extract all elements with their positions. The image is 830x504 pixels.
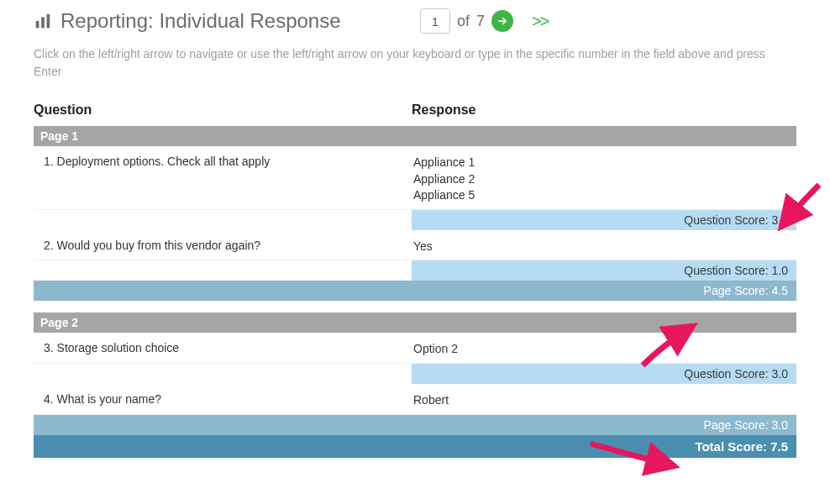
svg-rect-0 [36, 21, 39, 28]
question-text: 2. Would you buy from this vendor again? [44, 239, 413, 252]
question-score: Question Score: 3.0 [412, 364, 796, 384]
question-row: 1. Deployment options. Check all that ap… [34, 146, 796, 210]
go-button[interactable] [491, 10, 513, 32]
question-header: Question [34, 102, 412, 118]
response-header: Response [412, 102, 796, 118]
total-score: Total Score: 7.5 [34, 435, 796, 458]
response-text: Appliance 1 Appliance 2 Appliance 5 [413, 155, 786, 204]
svg-rect-1 [41, 17, 45, 28]
response-text: Option 2 [413, 341, 786, 358]
bar-chart-icon [34, 12, 52, 30]
response-value: Appliance 5 [413, 187, 786, 204]
question-text: 3. Storage solution choice [44, 341, 413, 354]
page-header: Page 1 [34, 126, 796, 146]
page-score: Page Score: 4.5 [34, 281, 796, 301]
instructions-text: Click on the left/right arrow to navigat… [34, 45, 796, 81]
question-row: 4. What is your name? Robert [34, 384, 796, 415]
response-value: Option 2 [413, 341, 786, 358]
total-count: 7 [476, 13, 485, 30]
response-number-input[interactable] [420, 8, 450, 34]
svg-rect-2 [47, 14, 50, 29]
response-value: Yes [413, 239, 786, 255]
response-value: Robert [413, 392, 786, 409]
question-score: Question Score: 1.0 [412, 260, 796, 281]
title-text: Reporting: Individual Response [60, 9, 341, 33]
question-text: 4. What is your name? [44, 392, 413, 406]
response-navigator: of 7 >> [420, 8, 548, 34]
fast-forward-button[interactable]: >> [532, 12, 548, 31]
page-score: Page Score: 3.0 [34, 415, 796, 435]
response-value: Appliance 2 [413, 171, 786, 188]
header: Reporting: Individual Response of 7 >> [34, 8, 796, 34]
page-header: Page 2 [34, 312, 796, 333]
question-row: 2. Would you buy from this vendor again?… [34, 230, 796, 261]
column-headers: Question Response [34, 102, 796, 118]
response-text: Yes [413, 239, 786, 255]
arrow-right-icon [496, 15, 508, 27]
of-label: of [457, 13, 470, 30]
page-title: Reporting: Individual Response [34, 9, 420, 33]
response-value: Appliance 1 [413, 155, 786, 171]
question-row: 3. Storage solution choice Option 2 [34, 333, 796, 364]
question-text: 1. Deployment options. Check all that ap… [44, 155, 413, 168]
response-text: Robert [413, 392, 786, 409]
question-score: Question Score: 3.5 [412, 210, 796, 230]
